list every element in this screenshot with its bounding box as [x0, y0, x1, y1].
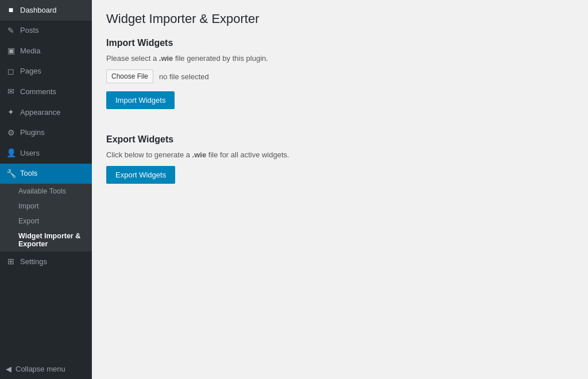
- export-desc-ext: .wie: [192, 150, 207, 159]
- export-section-desc: Click below to generate a .wie file for …: [106, 150, 574, 159]
- import-section: Import Widgets Please select a .wie file…: [106, 38, 574, 123]
- choose-file-button[interactable]: Choose File: [106, 69, 153, 83]
- sidebar-item-media[interactable]: ▣ Media: [0, 41, 92, 61]
- posts-icon: ✎: [6, 25, 16, 37]
- dashboard-icon: ■: [6, 5, 16, 16]
- export-desc-suffix: file for all active widgets.: [206, 150, 289, 159]
- export-section-title: Export Widgets: [106, 134, 574, 145]
- settings-icon: ⊞: [6, 256, 16, 268]
- sidebar-item-label: Comments: [20, 87, 56, 97]
- pages-icon: ◻: [6, 66, 16, 78]
- sidebar-item-label: Settings: [20, 257, 47, 267]
- sidebar-item-plugins[interactable]: ⚙ Plugins: [0, 123, 92, 144]
- media-icon: ▣: [6, 45, 16, 57]
- plugins-icon: ⚙: [6, 127, 16, 139]
- import-desc-ext: .wie: [159, 54, 173, 63]
- file-input-row: Choose File no file selected: [106, 69, 574, 83]
- export-desc-prefix: Click below to generate a: [106, 150, 192, 159]
- sidebar-item-pages[interactable]: ◻ Pages: [0, 61, 92, 82]
- sidebar-item-label: Pages: [20, 66, 41, 76]
- sidebar-item-appearance[interactable]: ✦ Appearance: [0, 102, 92, 123]
- sidebar-item-dashboard[interactable]: ■ Dashboard: [0, 0, 92, 21]
- import-widgets-button[interactable]: Import Widgets: [106, 91, 175, 109]
- tools-icon: 🔧: [6, 168, 16, 180]
- import-section-desc: Please select a .wie file generated by t…: [106, 54, 574, 63]
- tools-submenu: Available Tools Import Export Widget Imp…: [0, 184, 92, 252]
- no-file-label: no file selected: [159, 72, 209, 81]
- users-icon: 👤: [6, 148, 16, 159]
- sidebar-item-label: Posts: [20, 25, 39, 36]
- sidebar-item-users[interactable]: 👤 Users: [0, 143, 92, 164]
- submenu-export[interactable]: Export: [0, 214, 92, 229]
- import-desc-suffix: file generated by this plugin.: [173, 54, 268, 63]
- sidebar-item-tools[interactable]: 🔧 Tools: [0, 164, 92, 184]
- import-section-title: Import Widgets: [106, 38, 574, 48]
- sidebar-item-label: Appearance: [20, 107, 60, 118]
- sidebar-item-comments[interactable]: ✉ Comments: [0, 82, 92, 102]
- sidebar-item-label: Dashboard: [20, 5, 57, 16]
- sidebar-item-posts[interactable]: ✎ Posts: [0, 21, 92, 41]
- collapse-icon: ◀: [6, 365, 11, 373]
- sidebar-item-settings[interactable]: ⊞ Settings: [0, 252, 92, 272]
- main-content: Widget Importer & Exporter Import Widget…: [92, 0, 588, 379]
- page-title: Widget Importer & Exporter: [106, 11, 574, 26]
- sidebar-item-label: Plugins: [20, 127, 45, 138]
- appearance-icon: ✦: [6, 107, 16, 118]
- collapse-menu[interactable]: ◀ Collapse menu: [0, 360, 92, 379]
- sidebar-item-label: Tools: [20, 168, 37, 179]
- submenu-available-tools[interactable]: Available Tools: [0, 184, 92, 199]
- submenu-widget-importer-exporter[interactable]: Widget Importer & Exporter: [0, 229, 92, 252]
- sidebar-item-label: Users: [20, 148, 40, 158]
- sidebar: ■ Dashboard ✎ Posts ▣ Media ◻ Pages ✉ Co…: [0, 0, 92, 379]
- export-section: Export Widgets Click below to generate a…: [106, 134, 574, 198]
- comments-icon: ✉: [6, 86, 16, 98]
- collapse-label: Collapse menu: [16, 365, 65, 373]
- submenu-import[interactable]: Import: [0, 199, 92, 214]
- sidebar-item-label: Media: [20, 46, 40, 56]
- export-widgets-button[interactable]: Export Widgets: [106, 166, 175, 184]
- import-desc-prefix: Please select a: [106, 54, 159, 63]
